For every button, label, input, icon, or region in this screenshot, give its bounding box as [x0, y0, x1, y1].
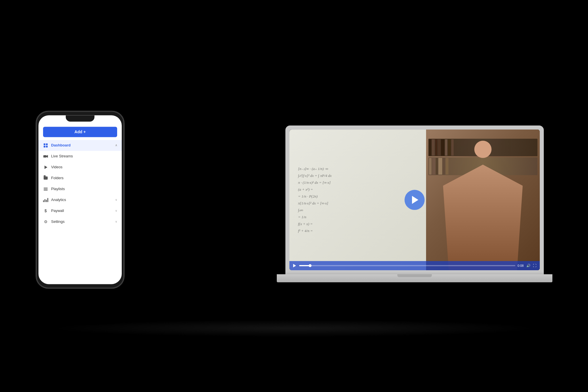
chevron-up-icon: ∧ — [115, 144, 117, 147]
laptop-hinge — [397, 274, 432, 277]
gear-icon: ⚙ — [43, 219, 48, 224]
video-player: [n₋₃]∞ · (a₊ 1/n) ·∞ ∫₀¹[f·x]² dx = ∫ πP… — [289, 130, 540, 271]
math-line-5: = 1/n · P(2n) — [298, 194, 417, 199]
svg-rect-0 — [43, 155, 47, 157]
sidebar-item-label: Settings — [51, 219, 115, 224]
laptop-screen-bezel: [n₋₃]∞ · (a₊ 1/n) ·∞ ∫₀¹[f·x]² dx = ∫ πP… — [289, 130, 540, 271]
svg-marker-1 — [47, 155, 48, 158]
chevron-down-icon: ∨ — [115, 220, 117, 223]
camera-icon — [43, 154, 48, 159]
phone-mockup: Add + Dashboard ∧ — [36, 111, 125, 289]
sidebar-item-paywall[interactable]: $ Paywall ∨ — [38, 205, 122, 216]
sidebar-item-label: Playlists — [51, 187, 117, 191]
progress-bar[interactable] — [299, 265, 515, 266]
control-icons: 🔊 ⛶ — [526, 263, 537, 268]
chart-icon — [43, 197, 48, 202]
chevron-down-icon: ∨ — [115, 209, 117, 212]
sidebar-item-live-streams[interactable]: Live Streams — [38, 151, 122, 162]
phone-screen: Add + Dashboard ∧ — [38, 115, 122, 284]
phone-notch — [66, 115, 94, 121]
laptop-base — [277, 274, 552, 282]
scene: Add + Dashboard ∧ — [36, 38, 552, 354]
laptop-body: [n₋₃]∞ · (a₊ 1/n) ·∞ ∫₀¹[f·x]² dx = ∫ πP… — [285, 125, 552, 283]
sidebar-item-label: Dashboard — [51, 143, 115, 147]
video-controls: 0:08 🔊 ⛶ — [289, 261, 540, 270]
play-icon — [43, 165, 48, 170]
nav-list: Dashboard ∧ Live Streams — [38, 140, 122, 284]
teacher-area — [426, 130, 540, 271]
math-line-9: f(x + x) = — [298, 222, 417, 226]
sidebar-item-settings[interactable]: ⚙ Settings ∨ — [38, 216, 122, 227]
grid-icon — [43, 143, 48, 148]
play-button[interactable] — [405, 190, 425, 210]
sidebar-item-label: Live Streams — [51, 154, 117, 158]
video-time: 0:08 — [518, 264, 524, 267]
chevron-down-icon: ∨ — [115, 198, 117, 201]
sidebar-item-label: Folders — [51, 176, 117, 180]
sidebar-item-playlists[interactable]: Playlists — [38, 184, 122, 194]
sidebar-item-videos[interactable]: Videos — [38, 162, 122, 173]
sidebar-item-folders[interactable]: Folders — [38, 173, 122, 184]
math-line-2: ∫₀¹[f·x]² dx = ∫ πP/4 dx — [298, 173, 417, 178]
math-line-1: [n₋₃]∞ · (a₊ 1/n) ·∞ — [298, 167, 417, 171]
math-line-8: = 1/n — [298, 215, 417, 219]
phone-body: Add + Dashboard ∧ — [36, 111, 125, 289]
control-play-icon — [293, 264, 296, 267]
phone-content: Add + Dashboard ∧ — [38, 115, 122, 284]
laptop-mockup: [n₋₃]∞ · (a₊ 1/n) ·∞ ∫₀¹[f·x]² dx = ∫ πP… — [285, 125, 552, 283]
sidebar-item-dashboard[interactable]: Dashboard ∧ — [38, 140, 122, 151]
sidebar-item-label: Paywall — [51, 208, 115, 213]
progress-thumb — [309, 264, 312, 267]
laptop-lid: [n₋₃]∞ · (a₊ 1/n) ·∞ ∫₀¹[f·x]² dx = ∫ πP… — [285, 125, 544, 275]
math-line-7: ∫₀∞ — [298, 208, 417, 213]
math-line-6: π[1/n·x]² dx = [∞·x] — [298, 201, 417, 206]
math-line-4: (a + x²) = — [298, 187, 417, 192]
sidebar-item-label: Videos — [51, 165, 117, 169]
volume-icon[interactable]: 🔊 — [526, 263, 531, 268]
add-button[interactable]: Add + — [43, 127, 117, 137]
dollar-icon: $ — [43, 208, 48, 213]
math-line-3: π · (1/n·x)² dx = [∞·x] — [298, 180, 417, 185]
sidebar-item-label: Analytics — [51, 198, 115, 202]
control-play-button[interactable] — [292, 263, 297, 268]
math-line-10: f² + 4/n = — [298, 229, 417, 233]
folder-icon — [43, 175, 48, 181]
list-icon — [43, 186, 48, 192]
sidebar-item-analytics[interactable]: Analytics ∨ — [38, 194, 122, 205]
play-triangle-icon — [412, 196, 418, 204]
fullscreen-icon[interactable]: ⛶ — [532, 263, 537, 268]
